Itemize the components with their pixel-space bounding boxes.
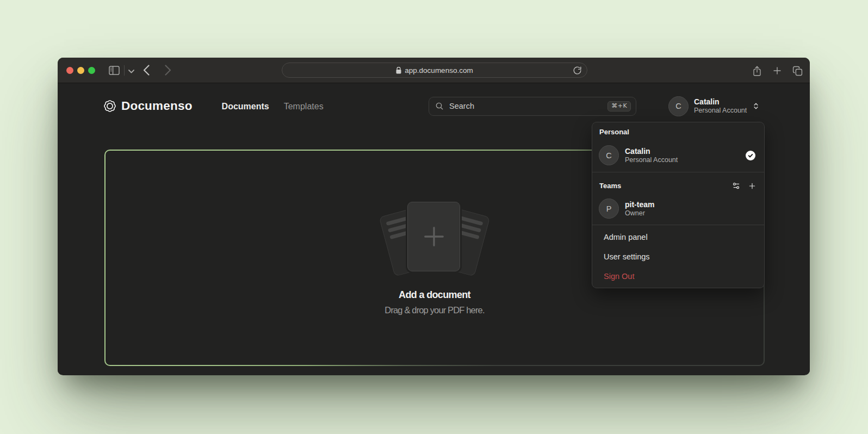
app-header: Documenso Documents Templates Search ⌘+K [103,83,764,116]
avatar: C [668,96,689,116]
chevron-down-icon[interactable] [128,70,134,73]
menu-item-user-settings[interactable]: User settings [597,249,760,265]
team-role: Owner [625,209,654,218]
share-icon[interactable] [752,66,762,76]
reload-icon[interactable] [573,66,582,75]
lock-icon [396,67,401,74]
search-input[interactable]: Search ⌘+K [429,97,636,116]
menu-personal-label: Personal [599,128,757,136]
minimize-window-button[interactable] [77,67,84,74]
tab-overview-icon[interactable] [792,66,802,76]
browser-window: app.documenso.com [58,58,810,375]
toolbar-right-actions [752,58,802,83]
account-type: Personal Account [694,107,747,115]
close-window-button[interactable] [66,67,73,74]
menu-personal-account-item[interactable]: C Catalin Personal Account [592,136,764,165]
create-team-icon[interactable] [748,182,756,190]
documents-illustration [379,202,490,277]
nav-documents[interactable]: Documents [222,102,269,111]
sidebar-icon[interactable] [109,66,120,75]
dropzone-title: Add a document [106,289,764,301]
desktop: { "browser": { "window_controls": ["clos… [0,0,868,434]
team-name: pit-team [625,200,654,209]
main-nav: Documents Templates [222,101,324,111]
window-controls [66,67,95,74]
selected-check-icon [746,151,755,160]
toolbar-divider [124,65,125,76]
menu-team-item[interactable]: P pit-team Owner [592,190,764,219]
plus-icon [421,224,447,249]
menu-item-admin-panel[interactable]: Admin panel [597,230,760,246]
chevrons-up-down-icon [752,102,760,110]
nav-templates[interactable]: Templates [284,102,324,111]
account-name: Catalin [694,97,747,107]
forward-icon[interactable] [165,65,171,76]
brand[interactable]: Documenso [103,99,193,113]
browser-toolbar: app.documenso.com [58,58,810,83]
search-placeholder: Search [449,102,602,110]
brand-name: Documenso [121,99,193,113]
search-shortcut-badge: ⌘+K [607,101,631,111]
manage-teams-icon[interactable] [732,182,740,190]
account-menu-button[interactable]: C Catalin Personal Account [668,96,764,116]
back-icon[interactable] [143,65,150,76]
team-avatar: P [599,199,619,219]
documenso-app: Documenso Documents Templates Search ⌘+K [58,83,810,375]
add-document-card [407,202,460,271]
menu-account-name: Catalin [625,147,678,156]
search-icon [435,102,444,110]
account-dropdown-menu: Personal C Catalin Personal Account Team… [592,122,765,288]
menu-item-sign-out[interactable]: Sign Out [597,269,760,285]
documenso-logo-icon [103,100,116,113]
address-bar[interactable]: app.documenso.com [282,63,587,78]
dropzone-subtitle: Drag & drop your PDF here. [106,305,764,315]
menu-teams-label: Teams [599,182,621,190]
avatar: C [599,145,619,165]
address-bar-url: app.documenso.com [405,66,473,75]
new-tab-icon[interactable] [772,66,782,76]
menu-account-type: Personal Account [625,156,678,164]
zoom-window-button[interactable] [88,67,95,74]
